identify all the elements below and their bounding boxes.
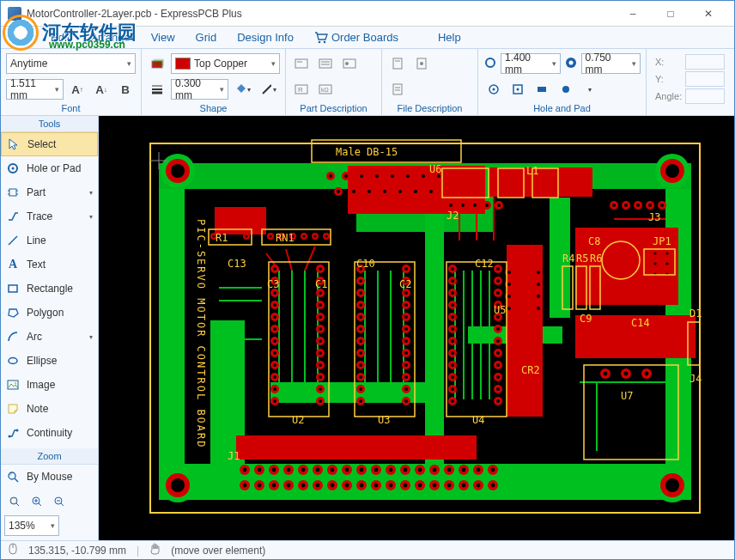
tool-continuity[interactable]: Continuity [1,421,98,445]
svg-point-157 [404,327,408,331]
svg-rect-64 [425,202,444,468]
svg-text:D1: D1 [689,307,702,320]
fill-color-button[interactable]: ▾ [232,79,254,100]
svg-point-287 [636,204,640,207]
menu-design-info[interactable]: Design Info [227,27,304,48]
svg-line-59 [61,503,64,506]
tool-ellipse[interactable]: Ellipse [1,349,98,373]
layer-combo[interactable]: Top Copper▾ [171,53,280,74]
svg-text:R5: R5 [576,253,588,265]
svg-text:RN1: RN1 [276,232,295,244]
font-decrease-button[interactable]: A↓ [91,79,112,100]
part-desc-btn4[interactable]: R [291,79,312,100]
svg-point-257 [406,174,410,178]
svg-point-373 [389,484,393,488]
part-desc-btn5[interactable]: kΩ [315,79,336,100]
menu-help[interactable]: Help [428,27,471,48]
svg-point-359 [345,468,349,472]
svg-point-277 [449,204,453,207]
tool-polygon[interactable]: Polygon [1,301,98,325]
maximize-button[interactable]: □ [652,1,689,27]
pad-shape-square[interactable] [507,79,528,100]
menu-order-boards[interactable]: Order Boards [304,27,409,48]
svg-point-131 [273,399,276,403]
svg-point-333 [243,484,247,488]
tool-note[interactable]: Note [1,397,98,421]
svg-point-351 [316,468,320,472]
svg-point-87 [273,267,276,271]
svg-point-82 [171,478,185,492]
hole-size-combo[interactable]: 1.400 mm▾ [501,53,561,74]
pad-size-combo[interactable]: 0.750 mm▾ [581,53,641,74]
svg-rect-32 [538,87,546,92]
tool-image[interactable]: Image [1,373,98,397]
menu-edit[interactable]: Edit [40,27,80,48]
svg-point-347 [301,468,306,472]
pad-shape-round[interactable] [483,79,504,100]
menu-grid[interactable]: Grid [185,27,228,48]
svg-rect-68 [489,167,592,197]
ribbon-group-hole-pad: 1.400 mm▾ 0.750 mm▾ ▾ Hole and Pad [478,49,647,115]
minimize-button[interactable]: – [614,1,652,27]
pcb-canvas[interactable]: Male DB-15 PIC-SERVO MOTOR CONTROL BOARD… [99,116,734,540]
svg-text:J4: J4 [689,373,702,385]
svg-point-195 [451,303,454,307]
zoom-by-mouse[interactable]: By Mouse [1,465,98,489]
zoom-out-button[interactable] [49,491,70,512]
line-width-combo[interactable]: 0.300 mm▾ [171,79,228,100]
tool-select[interactable]: Select [1,132,98,156]
hole-size-value: 1.400 mm [505,52,549,76]
svg-point-357 [331,484,335,488]
tool-arc[interactable]: Arc▾ [1,325,98,349]
font-family-combo[interactable]: Anytime▾ [6,53,136,74]
coord-angle-input[interactable] [685,88,725,104]
svg-point-251 [360,174,363,178]
pad-shape-smd[interactable] [532,79,552,100]
pcb-drawing: Male DB-15 PIC-SERVO MOTOR CONTROL BOARD… [99,116,734,540]
pad-more[interactable]: ▾ [580,79,600,100]
svg-point-305 [665,252,668,254]
tool-rectangle[interactable]: Rectangle [1,277,98,301]
svg-point-153 [404,315,408,319]
font-size-combo[interactable]: 1.511 mm▾ [6,79,64,100]
svg-text:R: R [298,86,303,94]
svg-rect-65 [270,382,442,403]
close-button[interactable]: ✕ [689,1,727,27]
part-icon [6,186,20,199]
tool-text[interactable]: AText [1,253,98,277]
tool-part[interactable]: Part▾ [1,180,98,204]
menu-view[interactable]: View [141,27,185,48]
coord-y-input[interactable] [685,71,725,87]
pad-shape-via[interactable] [556,79,576,100]
coord-x-input[interactable] [685,54,725,70]
line-color-button[interactable]: ▾ [258,79,280,100]
svg-point-391 [462,468,466,472]
file-desc-btn1[interactable] [387,53,408,74]
svg-point-301 [645,372,649,376]
file-desc-btn3[interactable] [387,79,408,100]
font-bold-button[interactable]: B [115,79,136,100]
part-desc-btn1[interactable] [291,53,312,74]
svg-point-345 [287,484,291,488]
tool-hole-pad[interactable]: Hole or Pad [1,156,98,180]
svg-point-381 [418,484,422,488]
svg-point-379 [418,468,422,472]
svg-point-151 [359,315,362,319]
svg-rect-405 [584,365,678,460]
tool-trace[interactable]: Trace▾ [1,204,98,228]
part-desc-btn3[interactable] [339,53,360,74]
svg-point-241 [537,295,540,298]
tool-line[interactable]: Line [1,228,98,253]
zoom-fit-button[interactable] [4,491,25,512]
menu-arrange[interactable]: Arrange [80,27,140,48]
part-desc-btn2[interactable] [315,53,336,74]
ribbon-part-desc-label: Part Description [291,101,376,113]
svg-point-113 [319,339,322,343]
file-desc-btn2[interactable] [411,53,432,74]
line-weight-button[interactable] [147,79,167,100]
shape-layer-button[interactable] [147,53,167,74]
zoom-level-combo[interactable]: 135%▾ [4,515,59,536]
zoom-in-button[interactable] [27,491,47,512]
font-increase-button[interactable]: A↑ [67,79,88,100]
svg-text:J2: J2 [446,210,459,222]
